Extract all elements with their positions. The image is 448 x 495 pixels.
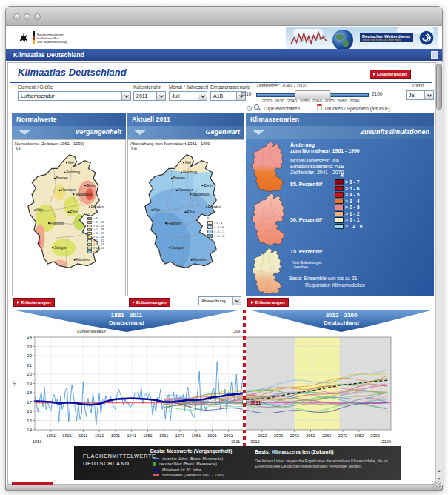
future-meta-scenario: Emissionsszenario: A1B bbox=[290, 164, 344, 169]
flag-stripe-gold bbox=[33, 40, 35, 44]
x-tick-label: 2072 bbox=[338, 433, 347, 438]
future-legend-row: > 4 - 5 bbox=[335, 192, 363, 198]
x-tick-label: 2092 bbox=[370, 433, 379, 438]
trend-value: Ja bbox=[407, 91, 424, 99]
collapse-triangle-icon[interactable] bbox=[252, 130, 265, 135]
scenario-value: A1B bbox=[211, 92, 236, 100]
legend-swatch bbox=[87, 228, 92, 231]
print-label[interactable]: Drucken / Speichern (als PDF) bbox=[325, 106, 390, 111]
future-legend-swatch bbox=[335, 186, 344, 192]
explain-button-top[interactable]: Erläuterungen bbox=[370, 70, 411, 79]
element-select[interactable]: Lufttemperatur bbox=[18, 91, 131, 101]
x-tick-label: 2062 bbox=[322, 433, 331, 438]
future-legend-row: > 5 - 6 bbox=[335, 186, 363, 192]
resize-grip[interactable] bbox=[432, 481, 441, 490]
app: Bundesministerium für Verkehr, Bau und S… bbox=[0, 0, 448, 495]
column-header-future: Klimaszenarien Zukunftssimulationen bbox=[246, 113, 434, 139]
city-dot bbox=[165, 222, 167, 224]
slider-tick-label: 2080 bbox=[337, 99, 347, 103]
window-minimize-button[interactable] bbox=[24, 13, 30, 20]
legend-row: > -3 - -2 bbox=[207, 234, 224, 238]
month-select[interactable]: Juli bbox=[169, 91, 207, 101]
subtitle-text: Gegenwart bbox=[205, 128, 240, 136]
city-label: Magdeburg bbox=[192, 193, 209, 196]
city-dot bbox=[64, 172, 65, 173]
germany-map-deviation[interactable]: KielHamburgBremenHannoverBerlinMagdeburg… bbox=[141, 153, 221, 270]
city-label: Frankfurt bbox=[50, 222, 64, 225]
dwd-tagline: Wetter und Klima aus einer Hand bbox=[362, 39, 411, 41]
legend-label: > 16 - 17 bbox=[93, 232, 104, 235]
subtitle-text: Zukunftssimulationen bbox=[360, 128, 429, 136]
chevron-down-icon[interactable] bbox=[198, 92, 207, 100]
column-header-past: Normalwerte Vergangenheit bbox=[12, 113, 126, 139]
deviation-mode-select[interactable]: Abweichung bbox=[198, 296, 241, 305]
legend-area-title: FLÄCHENMITTELWERTE DEUTSCHLAND bbox=[83, 453, 156, 468]
column-header-present: Aktuell 2011 Gegenwart bbox=[127, 113, 244, 139]
legend-row: > 15 - 16 bbox=[87, 236, 104, 239]
legend-swatch bbox=[87, 232, 92, 235]
explain-button-label: Erläuterungen bbox=[255, 300, 285, 305]
collapse-triangle-icon[interactable] bbox=[133, 130, 147, 135]
germany-map-85th-percentile bbox=[249, 141, 286, 193]
city-label: Hannover bbox=[178, 188, 193, 192]
chevron-down-icon[interactable] bbox=[121, 92, 130, 100]
future-legend-swatch bbox=[335, 192, 344, 198]
window-widget-icon[interactable] bbox=[431, 51, 438, 59]
chevron-down-icon[interactable] bbox=[424, 91, 433, 99]
slider-tick-label: 2040 bbox=[287, 99, 297, 103]
legend-label: > 0 - 1 bbox=[214, 221, 222, 225]
x-edge-label-past-end: 2011 bbox=[231, 439, 240, 444]
map-caption-past-1: Normalwerte (Zeitraum 1961 - 1990) bbox=[15, 142, 84, 146]
legend-row: > -1 - 0 bbox=[207, 225, 224, 229]
legend-swatch bbox=[87, 243, 92, 246]
legend-label: < 12 bbox=[93, 250, 98, 253]
explain-button-past[interactable]: Erläuterungen bbox=[13, 298, 55, 307]
city-dot bbox=[191, 259, 193, 261]
x-edge-label-start: 1881 bbox=[33, 439, 41, 444]
dwd-wordmark: Deutscher Wetterdienst Wetter und Klima … bbox=[360, 33, 413, 42]
magnifier-radio[interactable] bbox=[247, 106, 252, 111]
explain-button-future[interactable]: Erläuterungen bbox=[247, 298, 289, 307]
collapse-triangle-icon[interactable] bbox=[18, 130, 31, 135]
y-tick-label: 15 bbox=[27, 419, 32, 423]
y-tick-label: 17 bbox=[27, 400, 32, 405]
app-title: Klimaatlas Deutschland bbox=[6, 49, 442, 61]
legend-series-label: Mittelwert für 30 Jahre bbox=[162, 468, 201, 472]
future-legend-label: > - 1 - 0 bbox=[345, 224, 363, 229]
city-label: Dresden bbox=[208, 205, 221, 209]
city-label: Berlin bbox=[87, 184, 96, 187]
scrollbar-thumb[interactable] bbox=[436, 64, 442, 110]
city-label: Erfurt bbox=[70, 210, 79, 214]
city-label: Köln bbox=[36, 208, 44, 212]
page-title: Klimaatlas Deutschland bbox=[18, 67, 127, 78]
x-edge-label-future-start: 2012 bbox=[250, 439, 259, 444]
future-legend-label: > 6 - 7 bbox=[345, 179, 359, 185]
dwd-banner-image: Deutscher Wetterdienst Wetter und Klima … bbox=[286, 27, 438, 49]
legend-series-label: neuster Wert (Basis: Messwerte) bbox=[159, 462, 217, 466]
scrollbar-up-arrow[interactable]: ▲ bbox=[435, 467, 443, 475]
city-dot bbox=[183, 162, 184, 163]
city-label: Kiel bbox=[185, 161, 191, 165]
y-tick-label: 19 bbox=[27, 382, 32, 386]
chevron-down-icon[interactable] bbox=[232, 297, 241, 305]
explain-button-label: Erläuterungen bbox=[377, 72, 407, 76]
window-zoom-button[interactable] bbox=[34, 13, 41, 20]
trend-select[interactable]: Ja bbox=[406, 90, 434, 100]
earth-globe-graphic bbox=[330, 28, 357, 49]
magnifier-label[interactable]: Lupe einschalten bbox=[264, 106, 300, 111]
legend-line-swatch bbox=[153, 474, 159, 476]
year-select[interactable]: 2011 bbox=[133, 91, 166, 101]
germany-map-50th-percentile bbox=[249, 193, 287, 246]
x-tick-label: 1951 bbox=[143, 433, 152, 438]
city-dot bbox=[201, 185, 203, 186]
x-tick-label: 2022 bbox=[258, 433, 267, 438]
legend-label: > 12 - 13 bbox=[93, 247, 104, 250]
vertical-scrollbar[interactable] bbox=[435, 62, 443, 485]
chevron-down-icon[interactable] bbox=[156, 92, 165, 100]
month-label: Monat / Jahreszeit bbox=[169, 84, 208, 90]
city-dot bbox=[66, 162, 67, 163]
explain-button-present[interactable]: Erläuterungen bbox=[129, 298, 170, 307]
window-close-button[interactable] bbox=[13, 13, 20, 20]
legend-swatch bbox=[207, 234, 213, 238]
future-legend-swatch bbox=[335, 224, 344, 230]
